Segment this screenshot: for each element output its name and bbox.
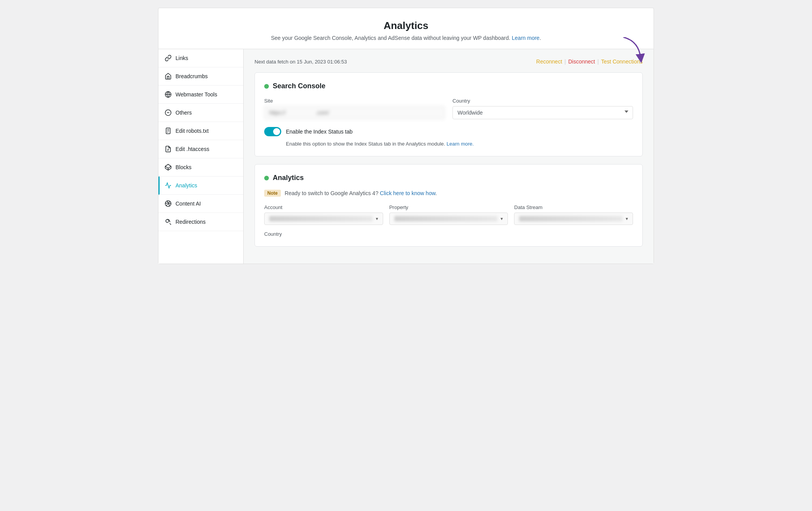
separator-1: | — [564, 58, 566, 65]
country-select[interactable]: Worldwide — [452, 106, 633, 119]
breadcrumbs-icon — [165, 73, 172, 80]
property-select[interactable]: ▾ — [389, 213, 508, 225]
sidebar-label-redirections: Redirections — [175, 219, 206, 225]
action-links: Reconnect | Disconnect | Test Connection… — [536, 58, 643, 65]
test-connections-link[interactable]: Test Connections — [601, 58, 643, 65]
account-select[interactable]: ▾ — [264, 213, 383, 225]
analytics-country-label: Country — [264, 231, 633, 237]
data-stream-field-group: Data Stream ▾ — [514, 204, 633, 225]
search-console-card: Search Console Site Country Worldwide — [255, 72, 643, 156]
edit-robots-icon — [165, 127, 172, 134]
main-layout: Links Breadcrumbs — [158, 49, 654, 264]
links-icon — [165, 55, 172, 62]
analytics-selects-row: Account ▾ Property — [264, 204, 633, 225]
sidebar-label-content-ai: Content AI — [175, 201, 201, 207]
country-select-wrapper: Worldwide — [452, 106, 633, 119]
webmaster-tools-icon — [165, 91, 172, 98]
sidebar-label-others: Others — [175, 110, 192, 116]
sidebar-item-webmaster-tools[interactable]: Webmaster Tools — [158, 86, 243, 104]
analytics-card-title: Analytics — [273, 174, 304, 182]
content-topbar: Next data fetch on 15 Jun, 2023 01:06:53… — [255, 58, 643, 65]
country-field-group: Country Worldwide — [452, 98, 633, 119]
reconnect-link[interactable]: Reconnect — [536, 58, 562, 65]
learn-more-link[interactable]: Learn more — [512, 35, 540, 41]
account-field-group: Account ▾ — [264, 204, 383, 225]
note-text: Ready to switch to Google Analytics 4? C… — [285, 190, 437, 196]
sidebar-item-content-ai[interactable]: Content AI — [158, 195, 243, 213]
data-stream-select[interactable]: ▾ — [514, 213, 633, 225]
sidebar-label-breadcrumbs: Breadcrumbs — [175, 73, 208, 79]
sidebar-item-breadcrumbs[interactable]: Breadcrumbs — [158, 67, 243, 86]
edit-htaccess-icon — [165, 146, 172, 153]
property-chevron-icon: ▾ — [501, 216, 503, 221]
toggle-row: Enable the Index Status tab — [264, 127, 633, 136]
search-console-status-dot — [264, 84, 269, 89]
country-row: Country — [264, 231, 633, 237]
sidebar-label-blocks: Blocks — [175, 164, 191, 170]
next-fetch-text: Next data fetch on 15 Jun, 2023 01:06:53 — [255, 59, 347, 65]
toggle-thumb — [273, 128, 280, 135]
ga4-link[interactable]: Click here to know how — [380, 190, 435, 196]
site-field-group: Site — [264, 98, 445, 119]
search-console-title: Search Console — [273, 82, 325, 90]
sidebar-label-analytics: Analytics — [175, 182, 197, 189]
data-stream-label: Data Stream — [514, 204, 633, 210]
page-header: Analytics See your Google Search Console… — [158, 8, 654, 49]
separator-2: | — [597, 58, 599, 65]
sidebar-label-edit-robots: Edit robots.txt — [175, 128, 209, 134]
sidebar-item-edit-robots[interactable]: Edit robots.txt — [158, 122, 243, 140]
country-label-sc: Country — [452, 98, 633, 104]
analytics-status-dot — [264, 176, 269, 180]
index-learn-more-link[interactable]: Learn more. — [447, 141, 474, 147]
sidebar-label-webmaster-tools: Webmaster Tools — [175, 91, 217, 98]
toggle-track — [264, 127, 281, 136]
content-ai-icon — [165, 200, 172, 207]
sidebar-item-others[interactable]: Others — [158, 104, 243, 122]
sidebar-item-links[interactable]: Links — [158, 49, 243, 67]
page-wrapper: Analytics See your Google Search Console… — [158, 8, 654, 264]
toggle-label: Enable the Index Status tab — [286, 129, 353, 135]
property-label: Property — [389, 204, 508, 210]
index-status-toggle[interactable] — [264, 127, 281, 136]
property-field-group: Property ▾ — [389, 204, 508, 225]
sidebar-item-analytics[interactable]: Analytics — [158, 177, 243, 195]
sidebar-item-redirections[interactable]: Redirections — [158, 213, 243, 231]
content-area: Next data fetch on 15 Jun, 2023 01:06:53… — [244, 49, 654, 264]
data-stream-chevron-icon: ▾ — [626, 216, 628, 221]
analytics-icon — [165, 182, 172, 189]
note-row: Note Ready to switch to Google Analytics… — [264, 190, 633, 197]
site-input[interactable] — [264, 106, 445, 119]
blocks-icon — [165, 164, 172, 171]
sidebar-item-edit-htaccess[interactable]: Edit .htaccess — [158, 140, 243, 158]
account-chevron-icon: ▾ — [376, 216, 378, 221]
search-console-header: Search Console — [264, 82, 633, 90]
sidebar-label-edit-htaccess: Edit .htaccess — [175, 146, 209, 152]
site-label: Site — [264, 98, 445, 104]
sidebar: Links Breadcrumbs — [158, 49, 244, 264]
analytics-card: Analytics Note Ready to switch to Google… — [255, 164, 643, 247]
search-console-form-row: Site Country Worldwide — [264, 98, 633, 119]
analytics-card-header: Analytics — [264, 174, 633, 182]
sidebar-item-blocks[interactable]: Blocks — [158, 158, 243, 177]
account-label: Account — [264, 204, 383, 210]
redirections-icon — [165, 218, 172, 225]
note-badge: Note — [264, 190, 281, 197]
svg-line-14 — [170, 223, 171, 225]
others-icon — [165, 109, 172, 116]
disconnect-link[interactable]: Disconnect — [568, 58, 595, 65]
page-title: Analytics — [166, 20, 646, 32]
page-description: See your Google Search Console, Analytic… — [166, 35, 646, 41]
svg-point-13 — [166, 219, 169, 223]
index-description: Enable this option to show the Index Sta… — [264, 141, 633, 147]
sidebar-label-links: Links — [175, 55, 188, 61]
